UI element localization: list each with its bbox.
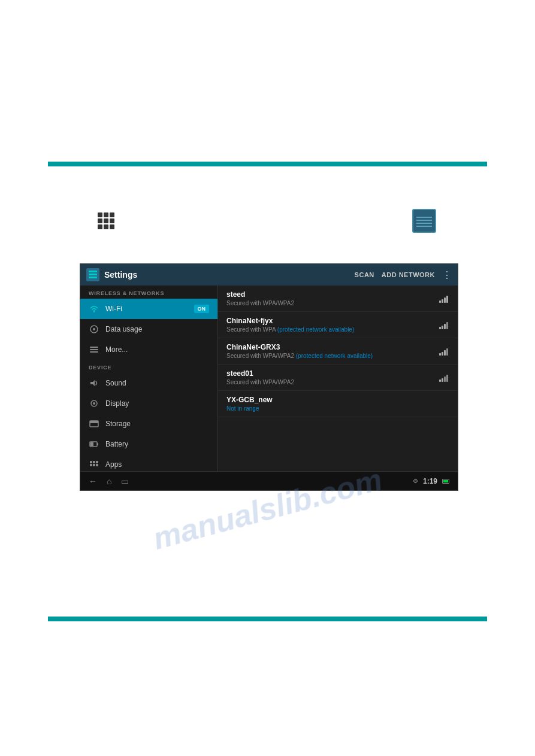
network-security-steed01: Secured with WPA/WPA2 xyxy=(226,379,437,385)
network-info-steed: steed Secured with WPA/WPA2 xyxy=(226,290,437,306)
action-bar-buttons: SCAN ADD NETWORK ⋮ xyxy=(355,269,452,281)
battery-label: Battery xyxy=(105,440,209,448)
network-signal-chinanet-grx3 xyxy=(437,347,449,356)
storage-icon xyxy=(89,418,99,429)
network-signal-steed xyxy=(437,294,449,303)
wireless-section-label: WIRELESS & NETWORKS xyxy=(80,286,217,299)
nav-bar: ← ⌂ ▭ ⚙ 1:19 xyxy=(80,471,458,490)
action-bar: Settings SCAN ADD NETWORK ⋮ xyxy=(80,264,458,286)
overflow-menu-button[interactable]: ⋮ xyxy=(442,269,452,281)
nav-status: ⚙ 1:19 xyxy=(413,477,449,485)
svg-rect-0 xyxy=(89,271,97,272)
svg-rect-18 xyxy=(96,461,98,463)
wifi-label: Wi-Fi xyxy=(105,305,188,313)
apps-label: Apps xyxy=(105,460,209,469)
wifi-icon xyxy=(89,303,99,314)
back-button[interactable]: ← xyxy=(89,476,97,486)
svg-marker-8 xyxy=(90,380,95,386)
svg-rect-5 xyxy=(90,347,98,348)
sidebar-item-sound[interactable]: Sound xyxy=(80,373,217,393)
main-content: WIRELESS & NETWORKS Wi-Fi ON xyxy=(80,286,458,471)
svg-rect-15 xyxy=(90,442,93,446)
network-list: steed Secured with WPA/WPA2 ChinaNet-fjy… xyxy=(218,286,458,471)
network-name-yx-gcb-new: YX-GCB_new xyxy=(226,396,437,404)
wifi-toggle[interactable]: ON xyxy=(194,305,210,313)
recent-button[interactable]: ▭ xyxy=(121,476,129,486)
display-icon xyxy=(89,398,99,409)
battery-icon xyxy=(89,439,99,450)
sidebar-item-wifi[interactable]: Wi-Fi ON xyxy=(80,299,217,319)
sound-icon xyxy=(89,378,99,388)
network-signal-steed01 xyxy=(437,374,449,382)
network-name-chinanet-grx3: ChinaNet-GRX3 xyxy=(226,343,437,351)
svg-rect-2 xyxy=(89,277,97,278)
svg-rect-12 xyxy=(90,421,98,423)
action-bar-title: Settings xyxy=(104,270,355,280)
svg-rect-17 xyxy=(93,461,95,463)
sound-label: Sound xyxy=(105,379,209,387)
svg-point-10 xyxy=(93,402,95,405)
svg-rect-6 xyxy=(90,349,98,350)
network-security-steed: Secured with WPA/WPA2 xyxy=(226,300,437,306)
top-divider-bar xyxy=(48,162,487,166)
network-name-steed: steed xyxy=(226,290,437,299)
more-label: More... xyxy=(105,345,209,354)
network-info-chinanet-grx3: ChinaNet-GRX3 Secured with WPA/WPA2 (pro… xyxy=(226,343,437,359)
more-icon xyxy=(89,344,99,355)
network-name-steed01: steed01 xyxy=(226,369,437,378)
svg-rect-7 xyxy=(90,351,98,353)
svg-rect-19 xyxy=(90,464,92,466)
network-info-yx-gcb-new: YX-GCB_new Not in range xyxy=(226,396,437,412)
data-usage-label: Data usage xyxy=(105,325,209,333)
storage-label: Storage xyxy=(105,420,209,428)
network-security-chinanet-grx3: Secured with WPA/WPA2 (protected network… xyxy=(226,353,437,359)
svg-rect-16 xyxy=(90,461,92,463)
settings-thumbnail xyxy=(412,209,436,233)
screenshot-container: Settings SCAN ADD NETWORK ⋮ WIRELESS & N… xyxy=(80,263,458,491)
network-security-yx-gcb-new: Not in range xyxy=(226,405,437,412)
data-usage-icon xyxy=(89,324,99,335)
battery-status xyxy=(442,479,449,484)
grid-icon xyxy=(98,212,114,229)
sidebar-item-storage[interactable]: Storage xyxy=(80,414,217,434)
home-button[interactable]: ⌂ xyxy=(107,476,111,486)
settings-app-icon xyxy=(86,268,99,281)
add-network-button[interactable]: ADD NETWORK xyxy=(382,271,435,278)
sidebar-item-more[interactable]: More... xyxy=(80,339,217,360)
svg-rect-21 xyxy=(96,464,98,466)
settings-sidebar: WIRELESS & NETWORKS Wi-Fi ON xyxy=(80,286,218,471)
network-item-steed[interactable]: steed Secured with WPA/WPA2 xyxy=(218,286,458,312)
network-signal-chinanet-fjyx xyxy=(437,321,449,329)
network-info-steed01: steed01 Secured with WPA/WPA2 xyxy=(226,369,437,385)
network-item-chinanet-fjyx[interactable]: ChinaNet-fjyx Secured with WPA (protecte… xyxy=(218,312,458,338)
time-display: 1:19 xyxy=(423,477,437,485)
usb-icon: ⚙ xyxy=(413,478,418,484)
sidebar-item-battery[interactable]: Battery xyxy=(80,434,217,454)
sidebar-item-display[interactable]: Display xyxy=(80,393,217,414)
sidebar-item-data-usage[interactable]: Data usage xyxy=(80,319,217,339)
display-label: Display xyxy=(105,399,209,408)
svg-rect-20 xyxy=(93,464,95,466)
svg-rect-14 xyxy=(97,443,98,445)
network-name-chinanet-fjyx: ChinaNet-fjyx xyxy=(226,317,437,325)
network-item-chinanet-grx3[interactable]: ChinaNet-GRX3 Secured with WPA/WPA2 (pro… xyxy=(218,338,458,365)
bottom-divider-bar xyxy=(48,617,487,621)
svg-rect-1 xyxy=(89,274,97,275)
svg-point-4 xyxy=(93,328,95,330)
network-item-yx-gcb-new[interactable]: YX-GCB_new Not in range xyxy=(218,391,458,417)
device-section-label: DEVICE xyxy=(80,360,217,373)
network-security-chinanet-fjyx: Secured with WPA (protected network avai… xyxy=(226,326,437,333)
apps-icon xyxy=(89,459,99,470)
sidebar-item-apps[interactable]: Apps xyxy=(80,454,217,471)
network-info-chinanet-fjyx: ChinaNet-fjyx Secured with WPA (protecte… xyxy=(226,317,437,333)
network-item-steed01[interactable]: steed01 Secured with WPA/WPA2 xyxy=(218,365,458,391)
scan-button[interactable]: SCAN xyxy=(355,271,374,278)
